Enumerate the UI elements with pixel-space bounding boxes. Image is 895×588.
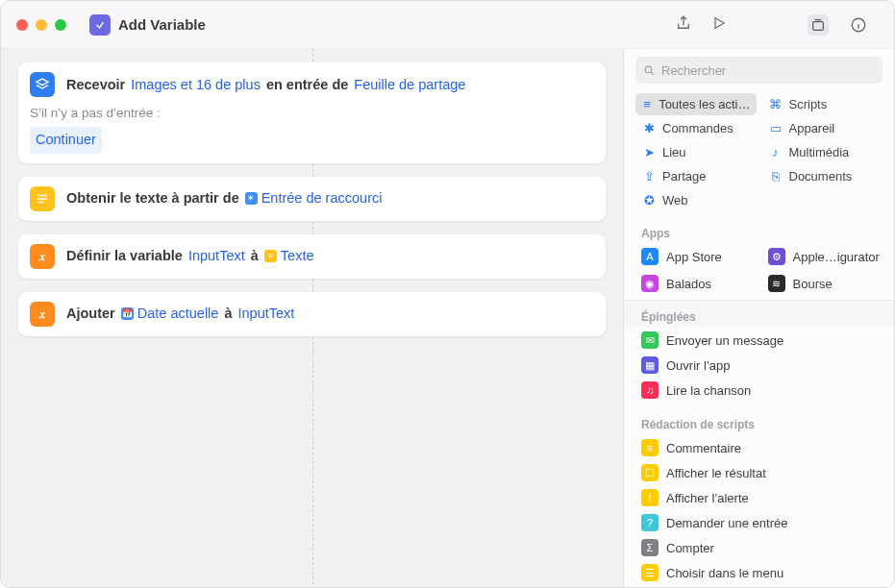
category-icon: ♪ — [768, 145, 783, 159]
input-icon — [30, 72, 55, 97]
action-label: Afficher l’alerte — [666, 491, 749, 505]
apps-grid: AApp Store⚙Apple…igurator◉Balados≋Bourse — [624, 244, 894, 300]
variable-icon: 𝑥 — [30, 302, 55, 327]
script-action[interactable]: !Afficher l’alerte — [635, 485, 883, 510]
category-item[interactable]: ▭Appareil — [762, 117, 883, 139]
app-item[interactable]: AApp Store — [635, 244, 757, 269]
category-label: Documents — [789, 169, 853, 184]
category-item[interactable]: ⌘Scripts — [762, 93, 883, 115]
action-icon: ✉ — [641, 331, 659, 349]
no-input-action-token[interactable]: Continuer — [30, 127, 102, 154]
action-to: à — [224, 302, 232, 326]
input-source-token[interactable]: Feuille de partage — [352, 73, 467, 97]
pinned-action[interactable]: ♫Lire la chanson — [635, 378, 883, 403]
variable-icon: 𝑥 — [30, 244, 55, 269]
action-label: Compter — [666, 541, 714, 555]
category-label: Lieu — [662, 145, 686, 159]
action-icon: ▦ — [641, 356, 659, 374]
category-item[interactable]: ≡Toutes les acti… — [635, 93, 757, 115]
script-action[interactable]: ?Demander une entrée — [635, 510, 883, 535]
info-icon[interactable] — [848, 14, 869, 36]
search-icon — [643, 64, 656, 77]
text-icon — [30, 186, 55, 211]
actions-sidebar: Rechercher ≡Toutes les acti…⌘Scripts✱Com… — [623, 49, 894, 588]
value-token[interactable]: 📅 Date actuelle — [119, 302, 221, 326]
date-var-icon: 📅 — [121, 307, 134, 320]
app-item[interactable]: ≋Bourse — [762, 271, 883, 296]
app-icon: ⚙ — [768, 248, 785, 265]
titlebar: Add Variable — [1, 1, 894, 49]
run-icon[interactable] — [711, 15, 727, 35]
share-icon[interactable] — [675, 14, 692, 36]
action-mid: en entrée de — [266, 73, 348, 97]
input-types-token[interactable]: Images et 16 de plus — [129, 73, 262, 97]
app-label: App Store — [666, 250, 722, 264]
script-action[interactable]: ☰Choisir dans le menu — [635, 560, 883, 585]
search-placeholder: Rechercher — [661, 63, 726, 78]
app-icon: A — [641, 248, 659, 265]
shortcut-input-token[interactable]: ✶ Entrée de raccourci — [243, 186, 385, 210]
pinned-action[interactable]: ▦Ouvrir l’app — [635, 353, 883, 378]
maximize-button[interactable] — [55, 19, 66, 31]
category-icon: ➤ — [641, 145, 657, 159]
magic-var-icon: ✶ — [245, 192, 258, 205]
action-label: Commentaire — [666, 441, 741, 455]
category-item[interactable]: ⇧Partage — [635, 165, 757, 187]
category-item[interactable]: ✱Commandes — [635, 117, 757, 139]
category-label: Commandes — [662, 121, 733, 135]
action-label: Demander une entrée — [666, 516, 787, 530]
action-to: à — [251, 244, 259, 268]
action-set-variable[interactable]: 𝑥 Définir la variable InputText à ≡ Text… — [18, 234, 606, 279]
category-item[interactable]: ✪Web — [635, 189, 757, 211]
action-icon: Σ — [641, 539, 659, 556]
app-label: Bourse — [793, 277, 833, 291]
library-icon[interactable] — [808, 14, 829, 36]
category-item[interactable]: ♪Multimédia — [762, 141, 883, 163]
action-icon: ? — [641, 514, 659, 531]
action-verb: Recevoir — [66, 73, 125, 97]
text-var-icon: ≡ — [264, 250, 277, 262]
minimize-button[interactable] — [36, 19, 47, 31]
app-item[interactable]: ⚙Apple…igurator — [762, 244, 883, 269]
category-label: Toutes les acti… — [659, 97, 750, 111]
category-item[interactable]: ⎘Documents — [762, 165, 883, 187]
section-apps: Apps — [624, 217, 894, 244]
search-input[interactable]: Rechercher — [635, 57, 883, 84]
category-label: Appareil — [789, 121, 835, 135]
action-verb: Obtenir le texte à partir de — [66, 186, 239, 210]
close-button[interactable] — [16, 19, 28, 31]
script-action[interactable]: ΣCompter — [635, 535, 883, 560]
variable-name-token[interactable]: InputText — [186, 244, 247, 268]
svg-rect-0 — [813, 21, 824, 30]
action-receive-input[interactable]: Recevoir Images et 16 de plus en entrée … — [18, 62, 606, 163]
category-icon: ▭ — [768, 121, 783, 135]
workflow-canvas[interactable]: Recevoir Images et 16 de plus en entrée … — [1, 49, 623, 588]
action-verb: Définir la variable — [66, 244, 183, 268]
variable-name-token[interactable]: InputText — [236, 302, 296, 326]
variable-value-token[interactable]: ≡ Texte — [262, 244, 316, 268]
app-item[interactable]: ◉Balados — [635, 271, 757, 296]
window-controls — [16, 19, 66, 31]
action-verb: Ajouter — [66, 302, 115, 326]
app-icon: ≋ — [768, 275, 785, 292]
action-label: Ouvrir l’app — [666, 358, 730, 373]
category-item[interactable]: ➤Lieu — [635, 141, 757, 163]
script-action[interactable]: ☐Afficher le résultat — [635, 460, 883, 485]
action-label: Envoyer un message — [666, 333, 783, 348]
category-grid: ≡Toutes les acti…⌘Scripts✱Commandes▭Appa… — [624, 93, 894, 217]
script-action[interactable]: ≡Commentaire — [635, 435, 883, 460]
action-icon: ☰ — [641, 564, 659, 581]
action-add-to-variable[interactable]: 𝑥 Ajouter 📅 Date actuelle à InputText — [18, 292, 606, 336]
category-label: Multimédia — [789, 145, 850, 159]
action-label: Afficher le résultat — [666, 466, 766, 480]
action-label: Lire la chanson — [666, 383, 751, 398]
shortcut-app-icon — [89, 14, 111, 36]
pinned-action[interactable]: ✉Envoyer un message — [635, 328, 883, 353]
pinned-list: ✉Envoyer un message▦Ouvrir l’app♫Lire la… — [624, 328, 894, 408]
app-label: Apple…igurator — [793, 250, 880, 264]
action-get-text[interactable]: Obtenir le texte à partir de ✶ Entrée de… — [18, 177, 606, 221]
category-label: Web — [662, 193, 688, 208]
category-icon: ⌘ — [768, 97, 783, 111]
section-scripting: Rédaction de scripts — [624, 408, 894, 435]
category-icon: ✱ — [641, 121, 657, 135]
